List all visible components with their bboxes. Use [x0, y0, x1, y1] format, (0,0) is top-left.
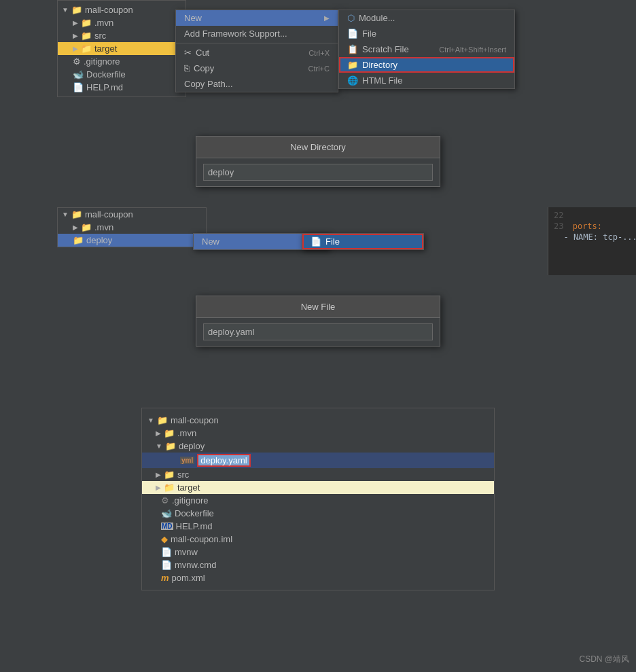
- ftree-item-label: pom.xml: [172, 573, 205, 583]
- submenu-item-label: File: [362, 29, 376, 39]
- tree-item-src[interactable]: ▶ 📁 src: [58, 29, 186, 42]
- menu-item-label: Copy Path...: [184, 79, 233, 89]
- submenu-item-file[interactable]: 📄 File: [339, 26, 514, 41]
- ftree-root[interactable]: ▼ 📁 mall-coupon: [142, 414, 494, 427]
- html-icon: 🌐: [347, 75, 358, 86]
- file-icon: ⚙: [73, 56, 81, 67]
- tree-item-dockerfile[interactable]: 🐋 Dockerfile: [58, 68, 186, 81]
- ftree-item-pomxml[interactable]: m pom.xml: [142, 571, 494, 584]
- directory-name-input[interactable]: [203, 164, 433, 181]
- tree-root-label: mall-coupon: [85, 209, 133, 219]
- menu-item-label: New: [184, 13, 202, 23]
- menu-item-label: Copy: [194, 63, 214, 73]
- ftree-item-label: mvnw.cmd: [175, 560, 216, 570]
- arrow-icon: ▶: [73, 32, 78, 39]
- tree-item-mvn-2[interactable]: ▶ 📁 .mvn: [58, 221, 206, 234]
- tree-item-deploy[interactable]: 📁 deploy: [58, 234, 206, 247]
- tree-item-target[interactable]: ▶ 📁 target: [58, 42, 186, 55]
- editor-snippet: 22 23 ports: - NAME: tcp-...: [548, 207, 636, 275]
- ftree-item-label: HELP.md: [176, 521, 213, 531]
- new-directory-dialog: New Directory: [196, 136, 440, 187]
- mvnw-icon: 📄: [161, 547, 172, 557]
- folder-icon: 📁: [81, 43, 92, 54]
- ftree-item-deploy-yaml[interactable]: yml deploy.yaml: [142, 453, 494, 468]
- tree-item-label: src: [94, 31, 106, 41]
- shortcut-label: Ctrl+X: [308, 49, 330, 57]
- ftree-item-label: src: [177, 470, 189, 480]
- watermark: CSDN @靖风: [579, 654, 629, 665]
- docker-icon: 🐋: [161, 508, 172, 518]
- menu-item-new[interactable]: New ▶: [176, 10, 338, 26]
- final-file-tree: ▼ 📁 mall-coupon ▶ 📁 .mvn ▼ 📁 deploy yml …: [141, 408, 495, 590]
- arrow-icon: ▶: [73, 224, 78, 231]
- editor-line: - NAME: tcp-...: [554, 232, 631, 243]
- section2-context-menu-area: ▼ 📁 mall-coupon ▶ 📁 .mvn 📁 deploy New ▶ …: [0, 207, 636, 275]
- submenu-new: ⬡ Module... 📄 File 📋 Scratch File Ctrl+A…: [338, 10, 515, 89]
- tree-item-helpmd[interactable]: 📄 HELP.md: [58, 81, 186, 94]
- filename-input[interactable]: [203, 323, 433, 340]
- tree-root-2[interactable]: ▼ 📁 mall-coupon: [58, 208, 206, 221]
- folder-icon: 📁: [157, 415, 168, 425]
- folder-icon: 📁: [164, 470, 175, 480]
- shortcut-label: Ctrl+Alt+Shift+Insert: [439, 46, 506, 54]
- ftree-item-target[interactable]: ▶ 📁 target: [142, 481, 494, 494]
- tree-item-label: Dockerfile: [86, 69, 126, 79]
- tree-root-label: mall-coupon: [85, 5, 133, 15]
- ftree-item-gitignore[interactable]: ⚙ .gitignore: [142, 494, 494, 507]
- ftree-item-src[interactable]: ▶ 📁 src: [142, 468, 494, 481]
- ftree-item-iml[interactable]: ◆ mall-coupon.iml: [142, 533, 494, 546]
- folder-icon: 📁: [71, 5, 82, 15]
- ftree-item-mvnwcmd[interactable]: 📄 mvnw.cmd: [142, 559, 494, 571]
- submenu-item-label: Module...: [359, 13, 395, 23]
- submenu-item-file-2[interactable]: 📄 File: [302, 234, 423, 249]
- copy-icon: ⎘: [184, 63, 190, 73]
- ftree-item-label: target: [177, 482, 200, 493]
- spacer: [0, 367, 636, 394]
- submenu-item-label: Directory: [362, 60, 398, 70]
- ftree-item-label: mvnw: [175, 547, 198, 557]
- dialog-title-2: New File: [196, 296, 440, 318]
- menu-item-label: Cut: [196, 48, 209, 58]
- menu-item-framework[interactable]: Add Framework Support...: [176, 26, 338, 41]
- ftree-item-deploy[interactable]: ▼ 📁 deploy: [142, 440, 494, 453]
- ftree-item-dockerfile[interactable]: 🐋 Dockerfile: [142, 507, 494, 520]
- ftree-item-helpmd[interactable]: MD HELP.md: [142, 520, 494, 533]
- submenu-item-scratch[interactable]: 📋 Scratch File Ctrl+Alt+Shift+Insert: [339, 41, 514, 57]
- file-icon: 📄: [73, 82, 84, 92]
- tree-item-label: .mvn: [94, 18, 113, 28]
- submenu-item-module[interactable]: ⬡ Module...: [339, 10, 514, 26]
- submenu-item-directory[interactable]: 📁 Directory: [339, 57, 514, 73]
- menu-item-copy[interactable]: ⎘ Copy Ctrl+C: [176, 60, 338, 76]
- submenu-item-label: HTML File: [362, 75, 402, 86]
- tree-root-1[interactable]: ▼ 📁 mall-coupon: [58, 3, 186, 16]
- editor-line: 23 ports:: [554, 221, 631, 232]
- new-directory-dialog-section: New Directory: [0, 116, 636, 207]
- submenu-item-html[interactable]: 🌐 HTML File: [339, 73, 514, 88]
- tree-item-gitignore[interactable]: ⚙ .gitignore: [58, 55, 186, 68]
- tree-item-label: deploy: [86, 235, 112, 245]
- dialog-input-area-1: [196, 158, 440, 186]
- pom-icon: m: [161, 573, 169, 583]
- menu-item-cut[interactable]: ✂ Cut Ctrl+X: [176, 45, 338, 60]
- folder-icon: 📁: [81, 18, 92, 28]
- folder-icon: 📁: [81, 222, 92, 232]
- section1-context-menu-area: ▼ 📁 mall-coupon ▶ 📁 .mvn ▶ 📁 src ▶ 📁 tar…: [0, 0, 636, 116]
- submenu-item-label: Scratch File: [362, 44, 409, 54]
- arrow-icon: ▶: [156, 471, 161, 478]
- arrow-icon: ▼: [62, 211, 69, 218]
- menu-item-copypath[interactable]: Copy Path...: [176, 76, 338, 92]
- shortcut-label: Ctrl+C: [308, 65, 330, 73]
- ftree-item-mvn[interactable]: ▶ 📁 .mvn: [142, 427, 494, 440]
- arrow-icon: ▼: [62, 6, 69, 14]
- context-menu-main: New ▶ Add Framework Support... ✂ Cut Ctr…: [175, 10, 338, 92]
- arrow-icon: ▶: [156, 429, 161, 437]
- dialog-title-1: New Directory: [196, 137, 440, 158]
- ftree-item-mvnw[interactable]: 📄 mvnw: [142, 546, 494, 559]
- menu-item-label: New: [202, 236, 219, 247]
- tree-item-mvn[interactable]: ▶ 📁 .mvn: [58, 16, 186, 29]
- folder-icon: 📁: [81, 31, 92, 41]
- submenu-item-label: File: [325, 236, 340, 247]
- file-tree-panel-1: ▼ 📁 mall-coupon ▶ 📁 .mvn ▶ 📁 src ▶ 📁 tar…: [57, 0, 186, 97]
- folder-icon: 📁: [71, 209, 82, 219]
- menu-item-label: Add Framework Support...: [184, 29, 287, 39]
